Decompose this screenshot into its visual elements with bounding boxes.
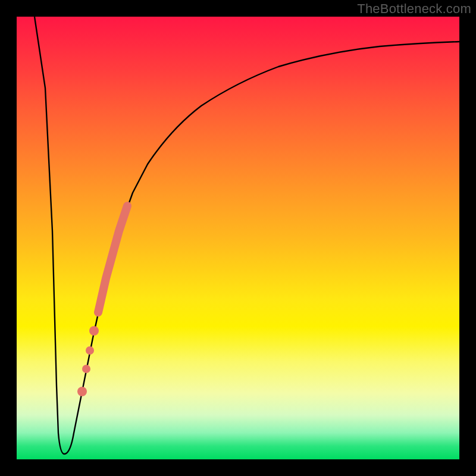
marker-dot xyxy=(89,326,99,336)
plot-area xyxy=(17,17,459,459)
bottleneck-curve xyxy=(35,17,459,454)
bottleneck-curve-svg xyxy=(17,17,459,459)
marker-dot xyxy=(82,365,90,373)
highlight-segment xyxy=(98,206,127,312)
chart-frame: TheBottleneck.com xyxy=(0,0,476,476)
watermark-text: TheBottleneck.com xyxy=(357,1,471,17)
marker-dot xyxy=(86,346,94,355)
marker-dot xyxy=(77,387,87,396)
